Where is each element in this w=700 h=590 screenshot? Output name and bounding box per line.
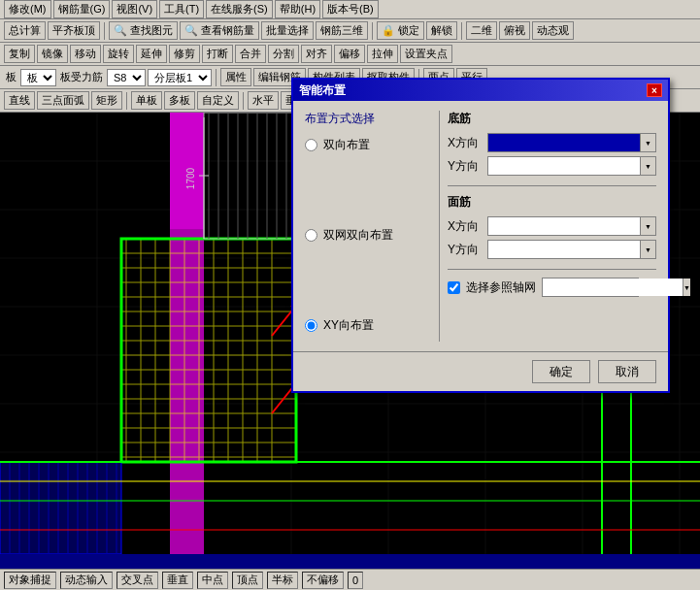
option-bidirectional-row[interactable]: 双向布置 [305, 137, 423, 153]
status-coord: 0 [348, 572, 363, 589]
toolbar-row3: 复制 镜像 移动 旋转 延伸 修剪 打断 合并 分割 对齐 偏移 拉伸 设置夹点 [0, 43, 700, 66]
btn-3pt-arc[interactable]: 三点面弧 [37, 91, 89, 110]
menu-item-rebar-qty[interactable]: 钢筋量(G) [53, 0, 111, 18]
btn-line[interactable]: 直线 [4, 91, 35, 110]
status-object-snap[interactable]: 对象捕捉 [4, 572, 56, 589]
btn-align[interactable]: 对齐 [301, 45, 332, 63]
btn-find-element[interactable]: 🔍 查找图元 [109, 21, 178, 40]
bottom-y-row: Y方向 S8(A8@180) ▼ [448, 156, 656, 176]
btn-2d[interactable]: 二维 [466, 21, 497, 40]
btn-rect[interactable]: 矩形 [91, 91, 122, 110]
btn-horizontal[interactable]: 水平 [248, 91, 279, 110]
status-intersection[interactable]: 交叉点 [117, 572, 158, 589]
btn-rebar-3d[interactable]: 钢筋三维 [316, 21, 368, 40]
btn-break[interactable]: 打断 [202, 45, 233, 63]
btn-trim[interactable]: 修剪 [169, 45, 200, 63]
btn-unlock[interactable]: 解锁 [426, 21, 457, 40]
btn-lock[interactable]: 🔒 锁定 [377, 21, 424, 40]
axis-input[interactable]: 轴网-1 [543, 279, 683, 296]
btn-merge[interactable]: 合并 [235, 45, 266, 63]
option-dual-bidirectional-row[interactable]: 双网双向布置 [305, 227, 423, 244]
option-dual-bidirectional-radio[interactable] [305, 229, 317, 242]
btn-multi-board[interactable]: 多板 [164, 91, 195, 110]
layout-mode-label: 布置方式选择 [305, 111, 423, 127]
bottom-x-row: X方向 S8(A8@180) ▼ [448, 133, 656, 152]
dialog-title-bar[interactable]: 智能布置 × [293, 80, 668, 101]
face-y-input[interactable]: G8-1(A8@150) [488, 241, 640, 258]
status-dynamic-input[interactable]: 动态输入 [60, 572, 113, 589]
axis-checkbox[interactable] [448, 281, 460, 294]
face-y-dropdown-btn[interactable]: ▼ [640, 241, 655, 258]
btn-view-rebar[interactable]: 🔍 查看钢筋量 [180, 21, 259, 40]
btn-total-calc[interactable]: 总计算 [4, 21, 46, 40]
bottom-y-input[interactable]: S8(A8@180) [488, 157, 640, 175]
btn-custom[interactable]: 自定义 [197, 91, 239, 110]
axis-checkbox-row: 选择参照轴网 轴网-1 ▼ [448, 278, 656, 297]
status-perpendicular[interactable]: 垂直 [162, 572, 193, 589]
dialog-footer: 确定 取消 [293, 351, 668, 391]
axis-dropdown-btn[interactable]: ▼ [683, 279, 690, 296]
btn-copy[interactable]: 复制 [4, 45, 35, 63]
board-type-label: 板 [6, 70, 17, 84]
btn-move[interactable]: 移动 [70, 45, 101, 63]
board-type-select[interactable]: 板 [20, 69, 56, 86]
svg-text:1700: 1700 [185, 167, 196, 189]
face-y-combo[interactable]: G8-1(A8@150) ▼ [487, 240, 656, 259]
x-dir-label-bottom: X方向 [448, 135, 482, 151]
btn-split[interactable]: 分割 [268, 45, 299, 63]
btn-property[interactable]: 属性 [220, 68, 251, 86]
btn-top-view[interactable]: 俯视 [499, 21, 530, 40]
btn-dynamic-view[interactable]: 动态观 [532, 21, 574, 40]
y-dir-label-face: Y方向 [448, 242, 482, 258]
option-dual-bidirectional-label: 双网双向布置 [323, 227, 393, 244]
btn-batch-select[interactable]: 批量选择 [261, 21, 314, 40]
option-xy-radio[interactable] [305, 319, 317, 332]
menu-item-version[interactable]: 版本号(B) [322, 0, 379, 18]
face-x-dropdown-btn[interactable]: ▼ [640, 217, 655, 235]
bottom-x-dropdown-btn[interactable]: ▼ [640, 134, 655, 151]
bottom-y-combo[interactable]: S8(A8@180) ▼ [487, 156, 656, 176]
status-no-offset[interactable]: 不偏移 [302, 572, 344, 589]
bottom-rebar-label: 底筋 [448, 111, 656, 127]
btn-rotate[interactable]: 旋转 [103, 45, 134, 63]
menu-item-help[interactable]: 帮助(H) [275, 0, 320, 18]
btn-mirror[interactable]: 镜像 [37, 45, 68, 63]
x-dir-label-face: X方向 [448, 218, 482, 235]
dialog-close-button[interactable]: × [647, 83, 662, 97]
btn-extend[interactable]: 延伸 [136, 45, 167, 63]
face-x-combo[interactable]: G8-1(A8@150) ▼ [487, 216, 656, 236]
bottom-x-combo[interactable]: S8(A8@180) ▼ [487, 133, 656, 152]
menu-item-online[interactable]: 在线服务(S) [206, 0, 273, 18]
btn-single-board[interactable]: 单板 [131, 91, 162, 110]
toolbar-row2: 总计算 平齐板顶 🔍 查找图元 🔍 查看钢筋量 批量选择 钢筋三维 🔒 锁定 解… [0, 19, 700, 43]
face-x-input[interactable]: G8-1(A8@150) [488, 217, 640, 235]
status-bar: 对象捕捉 动态输入 交叉点 垂直 中点 顶点 半标 不偏移 0 [0, 569, 700, 590]
status-vertex[interactable]: 顶点 [232, 572, 263, 589]
status-half-mark[interactable]: 半标 [267, 572, 298, 589]
btn-set-grip[interactable]: 设置夹点 [400, 45, 452, 63]
axis-checkbox-label: 选择参照轴网 [466, 279, 536, 296]
option-xy-label: XY向布置 [323, 317, 374, 334]
layer-select[interactable]: 分层板1 [148, 69, 212, 86]
smart-dialog: 智能布置 × 布置方式选择 双向布置 双网双向布置 XY向布置 [291, 78, 670, 393]
menu-item-tools[interactable]: 工具(T) [159, 0, 204, 18]
btn-flush-top[interactable]: 平齐板顶 [48, 21, 100, 40]
btn-stretch[interactable]: 拉伸 [367, 45, 398, 63]
menu-item-modify[interactable]: 修改(M) [4, 0, 51, 18]
confirm-button[interactable]: 确定 [532, 360, 590, 383]
rebar-type-select[interactable]: S8 [107, 69, 146, 86]
dialog-title: 智能布置 [299, 82, 346, 99]
option-bidirectional-radio[interactable] [305, 139, 317, 151]
bottom-x-input[interactable]: S8(A8@180) [488, 134, 640, 151]
face-x-row: X方向 G8-1(A8@150) ▼ [448, 216, 656, 236]
board-rebar-label: 板受力筋 [60, 70, 103, 84]
axis-combo[interactable]: 轴网-1 ▼ [542, 278, 639, 297]
status-midpoint[interactable]: 中点 [197, 572, 228, 589]
menu-item-view[interactable]: 视图(V) [112, 0, 157, 18]
option-xy-row[interactable]: XY向布置 [305, 317, 423, 334]
menu-bar: 修改(M) 钢筋量(G) 视图(V) 工具(T) 在线服务(S) 帮助(H) 版… [0, 0, 700, 19]
bottom-y-dropdown-btn[interactable]: ▼ [640, 157, 655, 175]
btn-offset[interactable]: 偏移 [334, 45, 365, 63]
option-bidirectional-label: 双向布置 [323, 137, 370, 153]
cancel-button[interactable]: 取消 [598, 360, 656, 383]
